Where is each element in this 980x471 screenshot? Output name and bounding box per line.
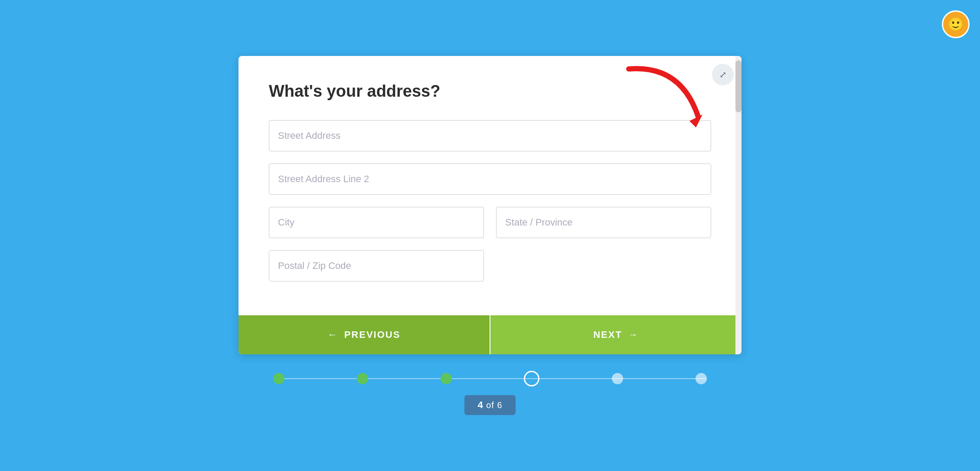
street-address-row (269, 120, 711, 151)
state-province-input[interactable] (496, 207, 711, 238)
expand-button[interactable]: ⤢ (712, 64, 734, 85)
street-address-line2-input[interactable] (269, 164, 711, 195)
progress-dot-6 (696, 373, 707, 384)
scrollbar-track[interactable] (735, 56, 742, 354)
progress-dot-5 (612, 373, 623, 384)
previous-label: PREVIOUS (344, 329, 401, 340)
state-province-field (496, 207, 711, 238)
avatar-button[interactable]: 🙂 (942, 10, 970, 38)
current-page-number: 4 (477, 399, 483, 410)
total-pages: 6 (497, 400, 502, 410)
progress-dot-1 (273, 373, 284, 384)
city-state-row (269, 207, 711, 238)
previous-button[interactable]: ← PREVIOUS (238, 315, 490, 354)
city-input[interactable] (269, 207, 484, 238)
previous-arrow-icon: ← (328, 329, 338, 340)
next-label: NEXT (593, 329, 622, 340)
postal-field (269, 250, 484, 281)
page-counter-label: of (486, 400, 494, 410)
page-wrapper: ⤢ What's your address? (230, 56, 750, 415)
card-body: What's your address? (238, 56, 742, 315)
next-button[interactable]: NEXT → (490, 315, 742, 354)
street-address-line2-row (269, 164, 711, 195)
expand-icon: ⤢ (719, 69, 727, 80)
form-title: What's your address? (269, 82, 711, 101)
postal-zip-input[interactable] (269, 250, 484, 281)
city-field (269, 207, 484, 238)
next-arrow-icon: → (628, 329, 639, 340)
street-address-input[interactable] (269, 120, 711, 151)
progress-dot-2 (357, 373, 368, 384)
card-footer: ← PREVIOUS NEXT → (238, 315, 742, 354)
page-counter: 4 of 6 (464, 395, 515, 415)
postal-row (269, 250, 711, 281)
progress-section: 4 of 6 (230, 370, 750, 415)
empty-field-placeholder (496, 250, 711, 281)
form-card: ⤢ What's your address? (238, 56, 742, 354)
progress-dot-4-current (524, 371, 539, 386)
progress-dots (273, 371, 707, 386)
avatar-icon: 🙂 (947, 16, 964, 33)
progress-track-wrapper (273, 370, 707, 387)
progress-dot-3 (441, 373, 452, 384)
scrollbar-thumb[interactable] (735, 60, 742, 112)
